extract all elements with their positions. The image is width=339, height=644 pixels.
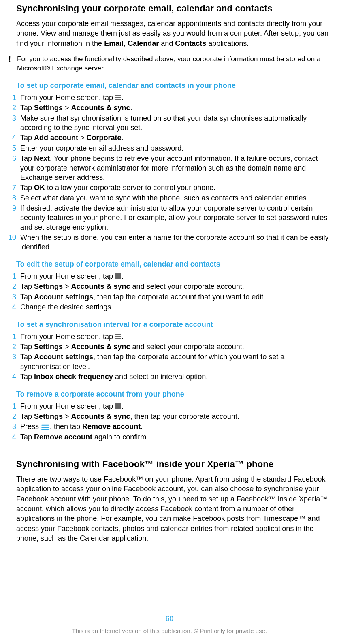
step-row: 2 Tap Settings > Accounts & sync, then t…: [16, 412, 331, 421]
step-number: 1: [4, 332, 16, 341]
step-body: If desired, activate the device administ…: [20, 204, 331, 232]
step-number: 6: [4, 154, 16, 163]
step-number: 5: [4, 144, 16, 153]
note-row: ! For you to access the functionality de…: [6, 55, 331, 73]
note-text: For you to access the functionality desc…: [17, 55, 331, 73]
step-number: 1: [4, 93, 16, 102]
step-row: 4 Tap Add account > Corporate.: [16, 133, 331, 143]
step-number: 4: [4, 433, 16, 442]
h2-setup-corporate: To set up corporate email, calendar and …: [16, 81, 331, 90]
step-text: >: [63, 343, 71, 351]
step-row: 1 From your Home screen, tap .: [16, 93, 331, 102]
step-body: From your Home screen, tap .: [20, 272, 331, 281]
intro-bold-contacts: Contacts: [175, 39, 206, 47]
step-body: From your Home screen, tap .: [20, 332, 331, 341]
steps-setup-corporate: 1 From your Home screen, tap . 2 Tap Set…: [16, 93, 331, 252]
step-row: 10 When the setup is done, you can enter…: [16, 233, 331, 252]
step-row: 1 From your Home screen, tap .: [16, 332, 331, 341]
step-row: 4 Tap Inbox check frequency and select a…: [16, 372, 331, 382]
apps-grid-icon: [115, 273, 122, 279]
step-text: >: [63, 412, 71, 420]
page-number: 60: [0, 615, 339, 623]
step-text: >: [63, 104, 71, 112]
step-bold: Account settings: [34, 353, 93, 361]
step-text: Tap: [20, 293, 34, 301]
step-text: Press: [20, 422, 41, 431]
step-text: Tap: [20, 154, 34, 162]
step-bold: Remove account: [82, 422, 141, 431]
step-bold: Settings: [34, 104, 63, 112]
step-text: and select an interval option.: [113, 373, 208, 381]
step-number: 3: [4, 114, 16, 123]
step-text: Tap: [20, 104, 34, 112]
h2-sync-interval: To set a synchronisation interval for a …: [16, 320, 331, 329]
step-body: Tap Settings > Accounts & sync.: [20, 103, 331, 113]
step-number: 2: [4, 282, 16, 291]
step-text: Tap: [20, 353, 34, 361]
step-body: Tap Inbox check frequency and select an …: [20, 372, 331, 382]
step-row: 8 Select what data you want to sync with…: [16, 194, 331, 203]
step-text: Tap: [20, 134, 34, 142]
step-bold: Add account: [34, 134, 78, 142]
step-row: 3 Make sure that synchronisation is turn…: [16, 114, 331, 133]
h2-edit-corporate: To edit the setup of corporate email, ca…: [16, 260, 331, 269]
step-text: Tap: [20, 343, 34, 351]
step-body: Tap Settings > Accounts & sync and selec…: [20, 342, 331, 352]
step-text: .: [141, 422, 143, 431]
step-text: . Your phone begins to retrieve your acc…: [20, 154, 318, 181]
menu-lines-icon: [41, 424, 50, 430]
step-text: Tap: [20, 412, 34, 420]
step-body: Tap Next. Your phone begins to retrieve …: [20, 154, 331, 182]
step-body: From your Home screen, tap .: [20, 93, 331, 102]
step-number: 4: [4, 372, 16, 382]
step-number: 7: [4, 183, 16, 192]
step-body: Select what data you want to sync with t…: [20, 194, 331, 203]
facebook-body: There are two ways to use Facebook™ on y…: [16, 474, 331, 543]
step-bold: Remove account: [34, 433, 92, 441]
intro-paragraph: Access your corporate email messages, ca…: [16, 19, 331, 48]
step-text: to allow your corporate server to contro…: [45, 183, 215, 192]
step-text: , then tap the corporate account that yo…: [93, 293, 265, 301]
apps-grid-icon: [115, 333, 122, 340]
step-bold: Next: [34, 154, 50, 162]
step-text: , then tap your corporate account.: [130, 412, 239, 420]
h2-remove-corporate: To remove a corporate account from your …: [16, 390, 331, 399]
step-number: 2: [4, 103, 16, 113]
step-number: 9: [4, 204, 16, 213]
intro-sep2: and: [159, 39, 175, 47]
apps-grid-icon: [115, 94, 122, 101]
step-text: .: [122, 402, 124, 410]
step-row: 9 If desired, activate the device admini…: [16, 204, 331, 232]
step-body: Enter your corporate email address and p…: [20, 144, 331, 153]
section-title-facebook: Synchronising with Facebook™ inside your…: [16, 459, 331, 469]
step-text: From your Home screen, tap: [20, 402, 115, 410]
step-text: .: [122, 333, 124, 341]
step-body: Tap Add account > Corporate.: [20, 133, 331, 143]
step-text: Tap: [20, 282, 34, 290]
step-text: From your Home screen, tap: [20, 333, 115, 341]
step-row: 2 Tap Settings > Accounts & sync and sel…: [16, 342, 331, 352]
step-number: 4: [4, 133, 16, 143]
step-body: When the setup is done, you can enter a …: [20, 233, 331, 252]
step-body: Change the desired settings.: [20, 303, 331, 312]
step-row: 3 Tap Account settings, then tap the cor…: [16, 292, 331, 302]
step-text: .: [122, 272, 124, 280]
step-text: .: [130, 104, 132, 112]
intro-bold-email: Email: [104, 39, 124, 47]
step-row: 2 Tap Settings > Accounts & sync and sel…: [16, 282, 331, 291]
step-bold: Accounts & sync: [71, 343, 130, 351]
step-body: Tap Settings > Accounts & sync, then tap…: [20, 412, 331, 421]
step-number: 2: [4, 412, 16, 421]
step-body: Tap Account settings, then tap the corpo…: [20, 352, 331, 371]
step-text: and select your corporate account.: [130, 343, 244, 351]
step-text: .: [122, 94, 124, 102]
step-text: From your Home screen, tap: [20, 272, 115, 280]
step-text: From your Home screen, tap: [20, 94, 115, 102]
step-text: >: [78, 134, 87, 142]
step-bold: Settings: [34, 412, 63, 420]
step-bold: Account settings: [34, 293, 93, 301]
step-row: 2 Tap Settings > Accounts & sync.: [16, 103, 331, 113]
intro-post: applications.: [206, 39, 249, 47]
step-text: , then tap: [50, 422, 82, 431]
steps-sync-interval: 1 From your Home screen, tap . 2 Tap Set…: [16, 332, 331, 382]
